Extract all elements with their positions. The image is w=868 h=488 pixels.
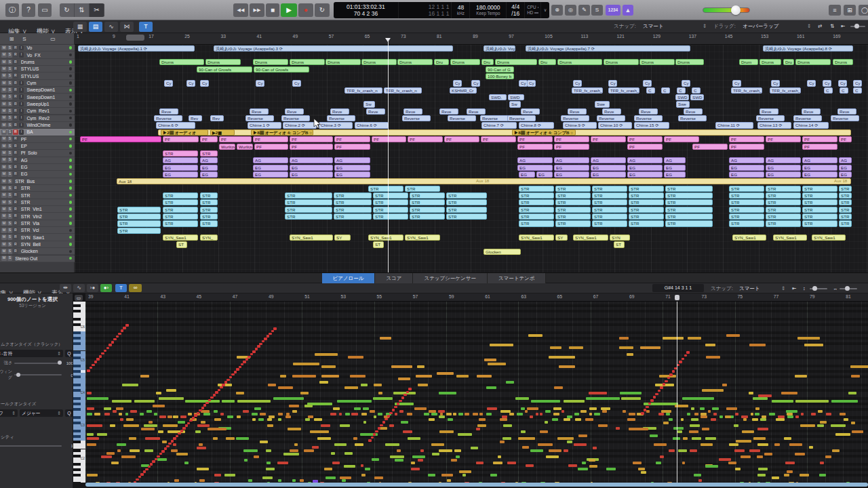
glissando-note[interactable]	[273, 327, 277, 330]
tab-1[interactable]: スコア	[375, 273, 413, 284]
m-button[interactable]: M	[1, 165, 7, 170]
region[interactable]: STR	[519, 199, 554, 205]
note[interactable]	[326, 476, 336, 479]
region[interactable]: STR	[839, 207, 852, 213]
s-button[interactable]: S	[7, 66, 13, 72]
glissando-note[interactable]	[96, 358, 100, 361]
region[interactable]: STR	[766, 192, 801, 199]
region[interactable]: STR	[729, 186, 764, 192]
region[interactable]: STR	[334, 214, 372, 220]
note[interactable]	[431, 413, 437, 415]
note[interactable]	[222, 400, 235, 403]
region[interactable]: PF	[517, 144, 553, 150]
note[interactable]	[638, 468, 645, 470]
region[interactable]: Rev	[210, 115, 224, 121]
glissando-note[interactable]	[104, 350, 107, 352]
region[interactable]: PF	[163, 136, 199, 142]
master-volume-meter[interactable]	[703, 7, 750, 13]
note[interactable]	[479, 418, 485, 421]
track-header-eg[interactable]: MSREG	[0, 171, 75, 178]
glissando-note[interactable]	[157, 455, 160, 458]
note[interactable]	[87, 397, 108, 400]
power-dot[interactable]	[69, 102, 73, 106]
note[interactable]	[525, 410, 528, 413]
note[interactable]	[682, 397, 714, 400]
note[interactable]	[488, 363, 505, 365]
note[interactable]	[116, 407, 123, 410]
note[interactable]	[683, 437, 688, 440]
region[interactable]: AG	[664, 157, 686, 163]
region[interactable]: STR	[519, 214, 554, 220]
region[interactable]: STR	[446, 207, 487, 213]
region[interactable]: STR	[373, 199, 408, 205]
note[interactable]	[705, 465, 718, 468]
note[interactable]	[669, 418, 673, 421]
note[interactable]	[785, 462, 795, 464]
region[interactable]: 100-Boney b	[486, 73, 514, 79]
glissando-note[interactable]	[197, 412, 200, 415]
note[interactable]	[87, 392, 92, 394]
note[interactable]	[121, 455, 136, 458]
region[interactable]: AG	[253, 157, 288, 163]
note[interactable]	[439, 430, 454, 433]
note[interactable]	[789, 443, 802, 446]
note[interactable]	[517, 413, 523, 415]
r-button[interactable]: R	[13, 214, 18, 219]
note[interactable]	[407, 413, 412, 415]
region[interactable]: SYN_Saw1	[812, 235, 846, 241]
region[interactable]: STR	[163, 207, 198, 213]
note[interactable]	[540, 430, 548, 433]
note[interactable]	[203, 413, 210, 415]
region[interactable]: STR	[519, 192, 554, 199]
note[interactable]	[598, 424, 608, 427]
region[interactable]: EG	[517, 165, 553, 171]
s-button[interactable]: S	[7, 87, 13, 93]
note[interactable]	[278, 413, 283, 415]
note[interactable]	[507, 462, 517, 464]
note[interactable]	[267, 424, 274, 427]
note[interactable]	[391, 365, 412, 368]
region[interactable]: 浜崎あゆみ Voyage (Acappella).1 ⟳	[78, 45, 195, 52]
region[interactable]: Reverse	[281, 115, 310, 121]
power-dot[interactable]	[69, 110, 73, 113]
power-dot[interactable]	[69, 131, 73, 134]
region[interactable]: Drums	[675, 59, 704, 65]
horizontal-scrollbar[interactable]	[85, 483, 868, 487]
region[interactable]: Cy	[838, 80, 847, 86]
note[interactable]	[418, 459, 424, 462]
region[interactable]: Drums	[495, 59, 537, 65]
region[interactable]: STR	[766, 207, 801, 213]
region[interactable]: Reve	[568, 108, 587, 115]
glissando-note[interactable]	[148, 466, 151, 468]
note[interactable]	[87, 433, 94, 436]
track-header-pf[interactable]: MSRPF	[0, 136, 75, 143]
track-header-cym-rev1[interactable]: MSRICym_Rev1	[0, 108, 75, 115]
note[interactable]	[401, 421, 408, 424]
s-button[interactable]: S	[7, 150, 13, 156]
region[interactable]: Swe	[595, 101, 610, 107]
region[interactable]: EG	[334, 165, 370, 171]
key-27[interactable]	[73, 482, 85, 483]
note[interactable]	[224, 474, 236, 476]
note[interactable]	[755, 413, 760, 415]
note[interactable]	[363, 407, 368, 410]
power-dot[interactable]	[69, 229, 73, 232]
note[interactable]	[260, 441, 269, 443]
note[interactable]	[586, 397, 620, 400]
region[interactable]: STR	[163, 214, 198, 220]
note[interactable]	[184, 462, 189, 464]
s-button[interactable]: S	[7, 221, 13, 226]
note[interactable]	[553, 413, 559, 415]
note[interactable]	[787, 415, 793, 418]
s-button[interactable]: S	[7, 60, 13, 65]
note[interactable]	[429, 418, 435, 421]
region[interactable]: Cy	[200, 80, 209, 86]
region[interactable]: ST	[176, 241, 187, 247]
region[interactable]: SWD	[675, 94, 689, 100]
region[interactable]: STR	[446, 214, 487, 220]
s-button[interactable]: S	[7, 144, 13, 149]
region[interactable]: Reverse	[634, 115, 663, 121]
m-button[interactable]: M	[1, 150, 7, 156]
cycle-button[interactable]: ↻	[315, 3, 330, 17]
note[interactable]	[408, 437, 420, 440]
